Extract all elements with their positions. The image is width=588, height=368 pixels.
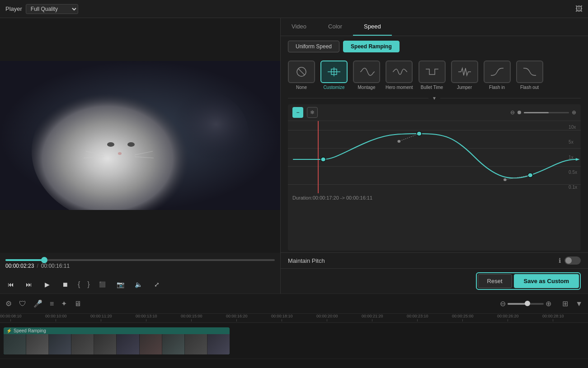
clip-thumbnails [4, 334, 230, 354]
svg-point-2 [140, 88, 249, 178]
settings-icon[interactable]: ⚙ [5, 299, 12, 308]
bottom-buttons: Reset Save as Custom [281, 268, 588, 293]
quality-select[interactable]: Full Quality Half Quality Quarter Qualit… [26, 4, 78, 14]
handle-1[interactable] [397, 140, 400, 143]
skip-back-button[interactable]: ⏮ [5, 279, 16, 290]
maintain-pitch-toggle[interactable] [564, 256, 581, 265]
out-point-button[interactable]: } [87, 280, 89, 289]
keyframe-peak[interactable] [417, 131, 422, 136]
player-label: Player [5, 5, 22, 12]
zoom-control: ⊖ ⊕ [500, 299, 551, 308]
preset-hero-icon [386, 61, 413, 83]
preset-flash-out-label: Flash out [520, 85, 539, 90]
dropdown-icon[interactable]: ▼ [575, 300, 583, 308]
preset-none[interactable]: None [288, 61, 315, 90]
preset-hero-label: Hero moment [386, 85, 413, 90]
ruler-mark-0: 00:00:08:10 [0, 314, 22, 321]
preset-customize[interactable]: Customize [320, 61, 348, 90]
save-custom-button[interactable]: Save as Custom [514, 274, 579, 288]
play-button[interactable]: ▶ [42, 279, 52, 290]
clip-thumb-4 [71, 334, 94, 354]
preset-hero-moment[interactable]: Hero moment [386, 61, 413, 90]
video-bg [0, 61, 280, 210]
tab-video[interactable]: Video [281, 18, 317, 36]
jumper-svg [456, 65, 473, 78]
preset-flash-in-label: Flash in [489, 85, 505, 90]
remove-keyframe-button[interactable]: − [292, 107, 303, 118]
curve-canvas[interactable]: 10x 5x 1x 0.5x 0.1x [288, 121, 581, 193]
preset-flash-out[interactable]: Flash out [516, 61, 543, 90]
zoom-track[interactable] [508, 303, 544, 305]
clip-thumb-7 [140, 334, 162, 354]
pitch-info-icon: ℹ [559, 257, 561, 264]
preset-montage[interactable]: Montage [353, 61, 380, 90]
subtab-uniform-speed[interactable]: Uniform Speed [288, 41, 339, 52]
svg-point-5 [118, 152, 122, 155]
audio-button[interactable]: 🔈 [133, 279, 144, 290]
separator-line [288, 98, 428, 98]
clip-thumb-8 [162, 334, 185, 354]
monitor-icon[interactable]: 🖥 [74, 300, 81, 308]
snapshot-button[interactable]: 📷 [115, 279, 126, 290]
keyframe-start[interactable] [321, 157, 326, 162]
clip-thumb-5 [94, 334, 117, 354]
zoom-minus-icon[interactable]: ⊖ [510, 109, 515, 116]
zoom-in-icon[interactable]: ⊕ [546, 299, 551, 308]
zoom-thumb [525, 301, 530, 306]
curve-svg [288, 121, 581, 193]
mic-icon[interactable]: 🎤 [33, 299, 42, 308]
shield-icon[interactable]: 🛡 [19, 300, 26, 308]
handle-2[interactable] [503, 178, 507, 181]
tab-color[interactable]: Color [317, 18, 353, 36]
main-area: 00:00:02:23 / 00:00:16:11 ⏮ ⏭ ▶ ⏹ { } ⬛ … [0, 18, 588, 293]
clip-thumb-6 [117, 334, 139, 354]
action-buttons-group: Reset Save as Custom [476, 272, 581, 290]
clip-icon: ⚡ [6, 328, 12, 333]
hero-svg [391, 65, 407, 78]
zoom-plus-icon[interactable]: ⊕ [572, 109, 576, 116]
ruler-mark-2: 00:00:11:20 [90, 314, 112, 321]
effects-icon[interactable]: ✦ [61, 299, 67, 308]
time-total: 00:00:16:11 [41, 263, 70, 269]
fullscreen-button[interactable]: ⬛ [97, 279, 108, 290]
preset-jumper[interactable]: Jumper [451, 61, 478, 90]
track-row-main: ⚡ Speed Ramping [0, 323, 588, 359]
progress-track[interactable] [5, 259, 275, 261]
preset-bullet-label: Bullet Time [421, 85, 443, 90]
reset-button[interactable]: Reset [478, 274, 512, 288]
video-display [0, 18, 280, 253]
sub-tabs: Uniform Speed Speed Ramping [281, 36, 588, 57]
progress-thumb[interactable] [41, 257, 47, 263]
zoom-slider[interactable] [524, 112, 569, 113]
separator-line-2 [440, 98, 581, 98]
clip-header: ⚡ Speed Ramping [4, 327, 230, 334]
captions-icon[interactable]: ≡ [50, 300, 54, 308]
top-bar: Player Full Quality Half Quality Quarter… [0, 0, 588, 18]
preset-montage-icon [353, 61, 380, 83]
in-point-button[interactable]: { [78, 280, 80, 289]
dropdown-arrow[interactable]: ▼ [428, 96, 440, 101]
zoom-out-icon[interactable]: ⊖ [500, 299, 506, 308]
ruler-mark-1: 00:00:10:00 [45, 314, 67, 321]
subtab-speed-ramping[interactable]: Speed Ramping [343, 41, 400, 52]
preset-bullet-icon [419, 61, 446, 83]
stop-button[interactable]: ⏹ [60, 279, 71, 290]
speed-curve-area: − ❄ ⊖ ⊕ [288, 104, 581, 251]
preset-flash-in[interactable]: Flash in [484, 61, 511, 90]
ruler-mark-12: 00:00:28:10 [542, 314, 564, 321]
progress-fill [5, 259, 44, 261]
crop-button[interactable]: ⤢ [151, 279, 162, 290]
grid-view-icon[interactable]: ⊞ [562, 299, 568, 308]
preset-bullet-time[interactable]: Bullet Time [419, 61, 446, 90]
ruler-mark-3: 00:00:13:10 [136, 314, 157, 321]
freeze-button[interactable]: ❄ [307, 107, 318, 118]
svg-marker-18 [576, 158, 580, 161]
bottom-toolbar: ⚙ 🛡 🎤 ≡ ✦ 🖥 ⊖ ⊕ ⊞ ▼ [0, 293, 588, 314]
timeline-ruler: 00:00:08:10 00:00:10:00 00:00:11:20 00:0… [0, 314, 588, 323]
clip-thumb-1 [4, 334, 26, 354]
clip-thumb-9 [185, 334, 207, 354]
step-back-button[interactable]: ⏭ [24, 279, 34, 290]
tab-speed[interactable]: Speed [353, 18, 392, 36]
video-clip[interactable]: ⚡ Speed Ramping [4, 327, 230, 354]
toggle-thumb [565, 257, 572, 264]
